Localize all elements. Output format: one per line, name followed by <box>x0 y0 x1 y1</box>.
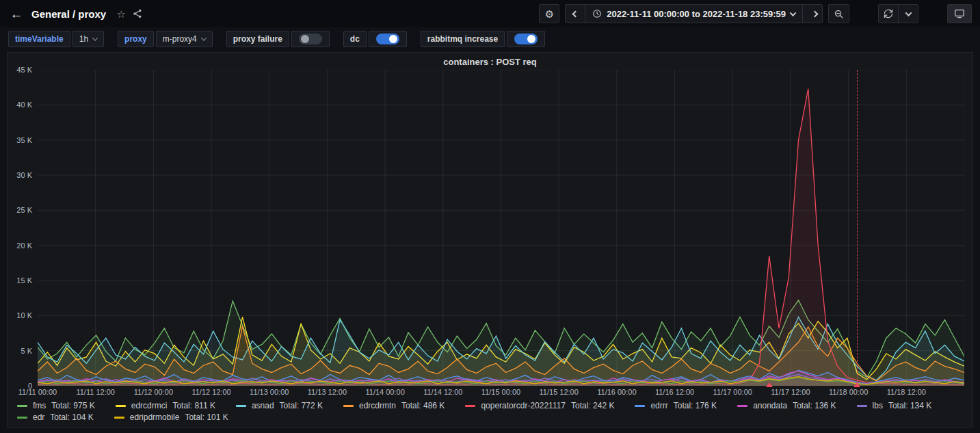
x-tick-label: 11/18 00:00 <box>829 388 868 396</box>
legend-item[interactable]: fmsTotal: 975 K <box>17 401 95 410</box>
breadcrumb[interactable]: General / proxy <box>31 8 106 20</box>
x-tick-label: 11/11 00:00 <box>18 388 57 396</box>
legend-series-name: lbs <box>873 401 883 410</box>
x-axis-labels: 11/11 00:0011/11 12:0011/12 00:0011/12 1… <box>38 386 964 398</box>
legend-series-total: Total: 136 K <box>793 401 836 410</box>
gear-icon: ⚙ <box>545 9 554 19</box>
variable-value-dropdown[interactable]: m-proxy4 <box>156 31 213 47</box>
x-tick-label: 11/16 00:00 <box>597 388 636 396</box>
legend-item[interactable]: edripdrmobileTotal: 101 K <box>114 412 228 422</box>
panel-title[interactable]: containers : POST req <box>8 53 972 70</box>
chevron-down-icon <box>92 35 98 40</box>
legend-series-name: qoperatorcdr-20221117 <box>481 401 566 410</box>
back-button[interactable]: ← <box>8 4 25 23</box>
timeseries-chart <box>38 70 964 386</box>
toggle-container[interactable] <box>291 31 330 47</box>
star-icon: ☆ <box>116 9 125 19</box>
x-tick-label: 11/14 12:00 <box>423 388 462 396</box>
legend-item[interactable]: edrrrTotal: 176 K <box>635 401 717 410</box>
toggle-group: dc <box>343 31 407 47</box>
time-range-text: 2022-11-11 00:00:00 to 2022-11-18 23:59:… <box>607 9 786 19</box>
toggle-switch[interactable] <box>299 34 322 44</box>
legend-item[interactable]: edrcdrmciTotal: 811 K <box>116 401 215 410</box>
plot-region[interactable] <box>38 70 964 386</box>
x-tick-label: 11/17 00:00 <box>713 388 752 396</box>
legend-series-total: Total: 134 K <box>888 401 931 410</box>
annotation-line <box>857 70 858 386</box>
legend-series-name: fms <box>33 401 46 410</box>
legend-item[interactable]: edrcdrmtnTotal: 486 K <box>343 401 445 410</box>
chevron-down-icon <box>201 35 207 40</box>
y-tick-label: 10 K <box>16 311 32 319</box>
back-arrow-icon: ← <box>10 8 23 21</box>
toggle-knob <box>301 35 309 43</box>
toggle-group: rabbitmq increase <box>421 31 545 47</box>
x-tick-label: 11/12 12:00 <box>191 388 230 396</box>
legend-item[interactable]: anondataTotal: 136 K <box>737 401 836 410</box>
legend-item[interactable]: edrTotal: 104 K <box>17 412 94 422</box>
toggle-switch[interactable] <box>376 34 399 44</box>
refresh-icon <box>884 9 893 18</box>
variable-label: proxy <box>118 31 154 47</box>
legend-swatch <box>17 405 27 407</box>
legend-series-name: edrrr <box>650 401 667 410</box>
zoom-out-icon <box>834 9 844 19</box>
toggle-label: rabbitmq increase <box>421 31 505 47</box>
star-button[interactable]: ☆ <box>113 4 129 23</box>
clock-icon <box>592 9 602 18</box>
legend-swatch <box>857 405 867 407</box>
chart-area: 45 K40 K35 K30 K25 K20 K15 K10 K5 K0 <box>8 70 972 386</box>
time-forward-button[interactable] <box>802 4 823 23</box>
nav-right-controls: ⚙ 2022-11-11 00:00:00 to 2022-11-18 23:5… <box>539 4 972 23</box>
legend: fmsTotal: 975 KedrcdrmciTotal: 811 Kasna… <box>8 398 972 427</box>
chevron-down-icon <box>905 10 912 16</box>
x-tick-label: 11/14 00:00 <box>365 388 404 396</box>
legend-series-total: Total: 104 K <box>50 412 93 422</box>
variable-value-dropdown[interactable]: 1h <box>72 31 104 47</box>
y-tick-label: 40 K <box>16 101 32 109</box>
toggle-container[interactable] <box>507 31 545 47</box>
y-tick-label: 45 K <box>16 66 32 74</box>
legend-series-name: edripdrmobile <box>130 412 180 422</box>
legend-series-total: Total: 176 K <box>674 401 717 410</box>
refresh-button[interactable] <box>878 4 899 23</box>
chevron-left-icon <box>572 10 579 17</box>
x-tick-label: 11/17 12:00 <box>771 388 810 396</box>
x-tick-label: 11/12 00:00 <box>134 388 173 396</box>
legend-swatch <box>343 405 354 407</box>
toggle-label: dc <box>343 31 367 47</box>
y-tick-label: 35 K <box>16 136 32 144</box>
y-tick-label: 25 K <box>16 206 32 214</box>
share-button[interactable] <box>129 4 146 23</box>
legend-series-total: Total: 242 K <box>571 401 614 410</box>
legend-series-total: Total: 975 K <box>51 401 94 410</box>
toggle-knob <box>389 35 397 43</box>
legend-series-name: edrcdrmtn <box>359 401 396 410</box>
x-axis: 11/11 00:0011/11 12:0011/12 00:0011/12 1… <box>8 386 972 398</box>
top-nav: ← General / proxy ☆ ⚙ 2022-11-11 00:00:0… <box>0 0 980 27</box>
time-back-button[interactable] <box>565 4 585 23</box>
time-range-button[interactable]: 2022-11-11 00:00:00 to 2022-11-18 23:59:… <box>585 4 803 23</box>
legend-series-total: Total: 101 K <box>185 412 228 422</box>
y-tick-label: 5 K <box>21 347 32 355</box>
chevron-right-icon <box>812 10 819 17</box>
x-tick-label: 11/13 12:00 <box>308 388 347 396</box>
legend-series-name: anondata <box>753 401 787 410</box>
legend-item[interactable]: qoperatorcdr-20221117Total: 242 K <box>465 401 614 410</box>
zoom-out-button[interactable] <box>828 4 849 23</box>
toggle-label: proxy failure <box>226 31 289 47</box>
dashboard-settings-button[interactable]: ⚙ <box>539 4 559 23</box>
tv-mode-button[interactable] <box>947 4 972 23</box>
refresh-interval-dropdown[interactable] <box>898 4 918 23</box>
legend-item[interactable]: asnadTotal: 772 K <box>236 401 323 410</box>
legend-item[interactable]: lbsTotal: 134 K <box>857 401 932 410</box>
toggle-group: proxy failure <box>226 31 330 47</box>
x-tick-label: 11/15 00:00 <box>481 388 520 396</box>
legend-series-name: asnad <box>252 401 274 410</box>
toggle-container[interactable] <box>369 31 407 47</box>
panel-containers-post-req: containers : POST req 45 K40 K35 K30 K25… <box>7 52 973 428</box>
toggle-switch[interactable] <box>514 34 538 44</box>
refresh-controls <box>878 4 918 23</box>
monitor-icon <box>954 8 965 19</box>
legend-swatch <box>17 417 27 419</box>
